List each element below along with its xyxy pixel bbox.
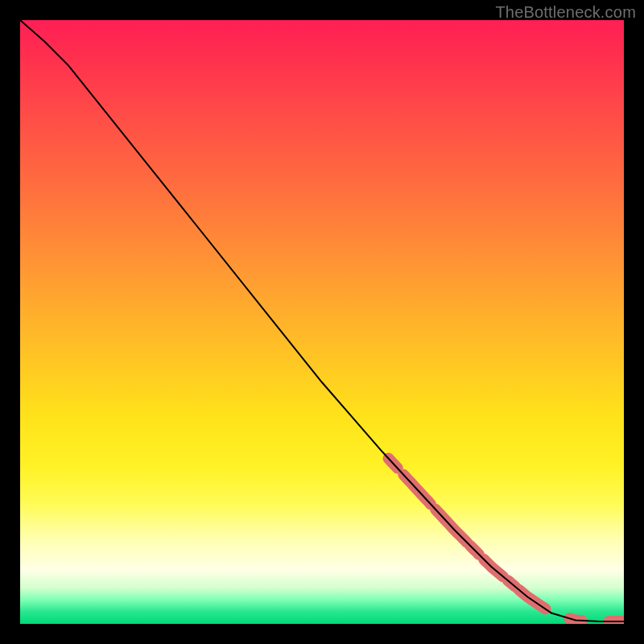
bottleneck-curve (20, 20, 624, 621)
watermark-text: TheBottleneck.com (495, 3, 636, 22)
chart-frame: TheBottleneck.com (0, 0, 644, 644)
marker-group (389, 458, 625, 621)
chart-overlay-svg (20, 20, 624, 624)
plot-area (20, 20, 624, 624)
